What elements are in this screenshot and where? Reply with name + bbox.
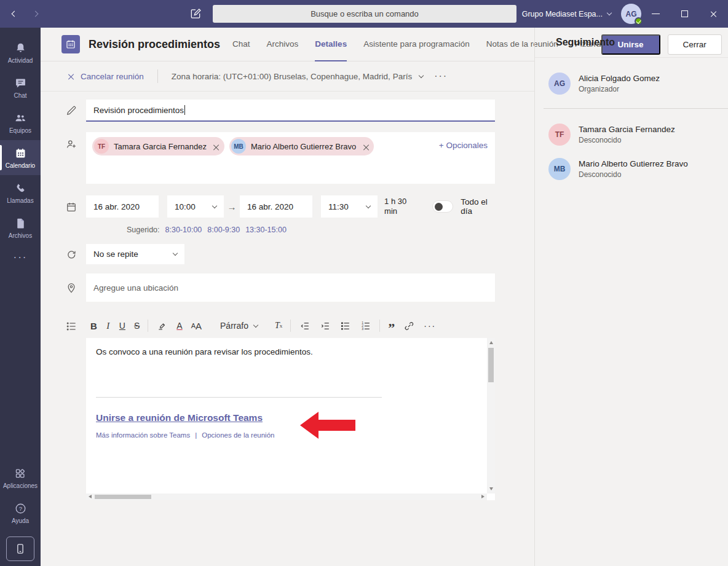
insert-link-button[interactable]	[399, 316, 419, 335]
scroll-up-arrow[interactable]	[489, 341, 493, 344]
timezone-selector[interactable]: Zona horaria: (UTC+01:00) Bruselas, Cope…	[172, 72, 423, 81]
close-window-button[interactable]	[699, 0, 728, 28]
divider	[290, 320, 291, 332]
font-size-button[interactable]: AA	[187, 316, 206, 335]
italic-button[interactable]: I	[101, 316, 115, 335]
sidebar-item-calendario[interactable]: Calendario	[0, 140, 41, 175]
meeting-form: Revisión procedimientos	[41, 92, 534, 566]
end-time-select[interactable]: 11:30	[321, 195, 378, 218]
end-time-value: 11:30	[328, 202, 349, 211]
add-optionals-button[interactable]: + Opcionales	[439, 137, 489, 150]
sidebar-item-label: Archivos	[9, 232, 32, 239]
more-options-button[interactable]: ···	[434, 73, 448, 79]
all-day-toggle[interactable]	[432, 200, 453, 213]
numbered-list-button[interactable]: 1 2 3	[355, 316, 376, 335]
scrollbar-thumb[interactable]	[488, 348, 494, 382]
meeting-title-input[interactable]: Revisión procedimientos	[86, 100, 495, 122]
tab-chat[interactable]: Chat	[232, 28, 250, 61]
sidebar-item-chat[interactable]: Chat	[0, 70, 41, 105]
numbered-list-icon: 1 2 3	[360, 320, 371, 332]
format-toolbar: B I U S A AA	[86, 315, 495, 337]
end-date-value: 16 abr. 2020	[247, 202, 293, 211]
sidebar-item-label: Ayuda	[12, 517, 29, 524]
scroll-down-arrow[interactable]	[489, 487, 493, 490]
description-textarea[interactable]: Os convoco a una reunión para revisar lo…	[86, 338, 487, 493]
sidebar-item-actividad[interactable]: Actividad	[0, 35, 41, 70]
sidebar-item-llamadas[interactable]: Llamadas	[0, 175, 41, 210]
agenda-list-icon	[57, 315, 86, 337]
teams-icon	[14, 112, 27, 125]
avatar: MB	[548, 158, 571, 180]
remove-attendee-button[interactable]	[213, 141, 218, 152]
sidebar-item-aplicaciones[interactable]: Aplicaciones	[0, 460, 41, 495]
teams-info-link[interactable]: Más información sobre Teams	[96, 431, 190, 439]
attendee-chip: TF Tamara Garcia Fernandez	[92, 137, 224, 155]
sidebar-item-label: Aplicaciones	[3, 482, 38, 489]
scroll-right-arrow[interactable]	[481, 495, 485, 498]
cancel-meeting-button[interactable]: Cancelar reunión	[68, 72, 144, 81]
clear-format-button[interactable]: Tx	[271, 316, 287, 335]
bold-button[interactable]: B	[86, 316, 101, 335]
font-color-button[interactable]: A	[172, 316, 186, 335]
highlight-button[interactable]	[152, 316, 172, 335]
start-time-select[interactable]: 10:00	[167, 195, 224, 218]
sidebar-item-ayuda[interactable]: ? Ayuda	[0, 495, 41, 530]
person-status: Organizador	[579, 85, 660, 93]
meeting-details-view: Revisión procedimientos Chat Archivos De…	[41, 28, 534, 566]
maximize-button[interactable]	[670, 0, 699, 28]
suggested-time-link[interactable]: 13:30-15:00	[245, 226, 287, 234]
minimize-button[interactable]	[641, 0, 670, 28]
vertical-scrollbar[interactable]	[487, 338, 495, 493]
remove-attendee-button[interactable]	[362, 141, 368, 152]
suggested-time-link[interactable]: 8:00-9:30	[207, 226, 240, 234]
highlighter-icon	[156, 320, 168, 332]
avatar-initials: AG	[626, 10, 637, 18]
underline-button[interactable]: U	[115, 316, 130, 335]
suggested-time-link[interactable]: 8:30-10:00	[165, 226, 202, 234]
location-input[interactable]: Agregue una ubicación	[86, 273, 495, 302]
outdent-button[interactable]	[295, 316, 315, 335]
back-button[interactable]	[9, 9, 20, 20]
scrollbar-thumb[interactable]	[95, 495, 151, 499]
end-date-input[interactable]: 16 abr. 2020	[240, 195, 312, 218]
tab-asistente-programacion[interactable]: Asistente para programación	[363, 28, 470, 61]
command-search-input[interactable]: Busque o escriba un comando	[213, 5, 516, 23]
indent-button[interactable]	[315, 316, 335, 335]
mobile-app-button[interactable]	[6, 537, 34, 561]
scroll-left-arrow[interactable]	[89, 495, 92, 498]
tab-detalles[interactable]: Detalles	[315, 28, 347, 61]
tracking-person[interactable]: AG Alicia Folgado Gomez Organizador	[535, 66, 728, 101]
join-teams-meeting-link[interactable]: Unirse a reunión de Microsoft Teams	[96, 412, 263, 423]
divider	[148, 320, 148, 332]
divider	[96, 397, 382, 398]
bullet-list-icon	[339, 320, 351, 332]
meeting-options-link[interactable]: Opciones de la reunión	[202, 431, 274, 439]
recurrence-select[interactable]: No se repite	[86, 244, 184, 264]
tracking-person[interactable]: MB Mario Alberto Gutierrez Bravo Descono…	[535, 152, 728, 186]
bullet-list-button[interactable]	[335, 316, 355, 335]
tab-archivos[interactable]: Archivos	[267, 28, 299, 61]
org-switcher[interactable]: Grupo Mediaset Espa...	[522, 10, 611, 18]
description-editor: Os convoco a una reunión para revisar lo…	[86, 338, 495, 500]
sidebar-item-equipos[interactable]: Equipos	[0, 105, 41, 140]
date-calendar-icon	[57, 195, 86, 218]
window-titlebar: Busque o escriba un comando Grupo Medias…	[0, 0, 728, 28]
svg-text:?: ?	[18, 505, 22, 512]
horizontal-scrollbar[interactable]	[86, 493, 487, 500]
start-date-input[interactable]: 16 abr. 2020	[86, 195, 159, 218]
minimize-icon	[652, 14, 660, 14]
user-avatar[interactable]: AG	[621, 4, 641, 24]
tracking-person[interactable]: TF Tamara Garcia Fernandez Desconocido	[535, 117, 728, 152]
attendees-input[interactable]: TF Tamara Garcia Fernandez MB Mario Albe…	[86, 132, 495, 184]
tracking-title: Seguimiento	[535, 28, 728, 58]
sidebar-item-label: Calendario	[6, 162, 35, 169]
strikethrough-button[interactable]: S	[130, 316, 144, 335]
forward-button[interactable]	[30, 9, 41, 20]
description-text: Os convoco a una reunión para revisar lo…	[96, 347, 477, 356]
toolbar-more-button[interactable]: ···	[419, 316, 440, 335]
paragraph-style-select[interactable]: Párrafo	[216, 316, 262, 335]
blockquote-button[interactable]: ”	[384, 316, 399, 335]
new-chat-icon[interactable]	[189, 7, 202, 22]
sidebar-more-button[interactable]: ···	[0, 245, 41, 270]
sidebar-item-archivos[interactable]: Archivos	[0, 210, 41, 245]
